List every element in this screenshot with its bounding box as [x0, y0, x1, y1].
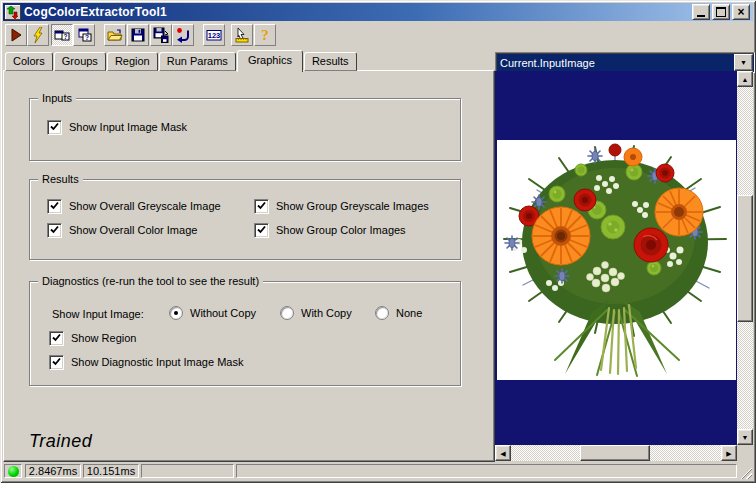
- minimize-icon: [697, 15, 705, 17]
- show-group-greyscale-checkbox[interactable]: [254, 199, 269, 214]
- run-button[interactable]: [5, 24, 27, 46]
- svg-text:?: ?: [64, 33, 68, 40]
- tab-label: Graphics: [248, 54, 292, 66]
- status-green-indicator-icon: [8, 466, 19, 477]
- save-icon: [130, 27, 146, 43]
- groupbox-title: Diagnostics (re-run the tool to see the …: [38, 274, 263, 288]
- checkbox-label: Show Group Color Images: [276, 224, 406, 236]
- arrow-down-icon: ▼: [742, 434, 749, 441]
- title-bar[interactable]: CogColorExtractorTool1 ×: [3, 3, 753, 21]
- numeric-123-icon: 123: [206, 27, 222, 43]
- save-as-icon: [153, 27, 169, 43]
- graphics-tab-page: Inputs Show Input Image Mask Results Sho…: [3, 70, 495, 462]
- status-bar: 2.8467ms 10.151ms: [3, 463, 753, 480]
- maximize-button[interactable]: [712, 4, 730, 20]
- arrow-right-icon: ▶: [726, 450, 731, 457]
- with-copy-radio[interactable]: [280, 306, 294, 320]
- help-icon: ?: [257, 27, 273, 43]
- input-image: [497, 140, 736, 380]
- diagnostics-groupbox: Diagnostics (re-run the tool to see the …: [29, 281, 461, 386]
- save-button[interactable]: [127, 24, 149, 46]
- app-icon: [5, 5, 21, 20]
- groupbox-title: Inputs: [38, 91, 76, 105]
- show-input-image-mask-checkbox[interactable]: [47, 120, 62, 135]
- results-groupbox: Results Show Overall Greyscale Image Sho…: [29, 179, 461, 260]
- run-electric-button[interactable]: [27, 24, 49, 46]
- arrow-left-icon: ◀: [500, 450, 505, 457]
- lightning-run-icon: [30, 27, 46, 43]
- tab-label: Groups: [62, 55, 98, 67]
- tab-label: Run Params: [167, 55, 228, 67]
- image-buffer-combobox[interactable]: Current.InputImage ▼: [495, 52, 755, 73]
- reset-button[interactable]: [172, 24, 194, 46]
- resize-grip[interactable]: [739, 466, 752, 479]
- arrow-up-icon: ▲: [742, 76, 749, 83]
- show-input-image-label: Show Input Image:: [52, 308, 144, 320]
- scroll-down-button[interactable]: ▼: [737, 429, 753, 445]
- app-window: CogColorExtractorTool1 × ?: [0, 0, 756, 483]
- open-button[interactable]: [104, 24, 126, 46]
- tab-colors[interactable]: Colors: [5, 52, 53, 71]
- help-button[interactable]: ?: [254, 24, 276, 46]
- trained-status-label: Trained: [29, 431, 92, 452]
- float-record-window-icon: ?: [76, 27, 92, 43]
- show-overall-greyscale-checkbox[interactable]: [47, 199, 62, 214]
- run-time-value: 2.8467ms: [29, 465, 77, 477]
- tab-label: Colors: [13, 55, 45, 67]
- total-time-panel: 10.151ms: [83, 464, 139, 478]
- tab-results[interactable]: Results: [304, 52, 357, 71]
- groupbox-title: Results: [38, 172, 83, 186]
- maximize-icon: [716, 7, 726, 17]
- close-icon: ×: [737, 7, 744, 17]
- checkbox-label: Show Diagnostic Input Image Mask: [71, 356, 243, 368]
- show-current-record-button[interactable]: ?: [51, 24, 73, 46]
- horizontal-scrollbar[interactable]: ◀ ▶: [495, 445, 737, 461]
- vertical-scroll-thumb[interactable]: [737, 195, 753, 322]
- run-icon: [8, 27, 24, 43]
- show-overall-color-checkbox[interactable]: [47, 223, 62, 238]
- inputs-groupbox: Inputs Show Input Image Mask: [29, 98, 461, 161]
- show-region-checkbox[interactable]: [49, 331, 64, 346]
- toolbar: ? ?: [3, 22, 753, 48]
- combobox-value: Current.InputImage: [496, 57, 734, 69]
- show-diagnostic-input-image-mask-checkbox[interactable]: [49, 355, 64, 370]
- radio-label: None: [396, 307, 422, 319]
- scroll-up-button[interactable]: ▲: [737, 71, 753, 87]
- float-record-window-button[interactable]: ?: [73, 24, 95, 46]
- window-title: CogColorExtractorTool1: [24, 5, 692, 19]
- flower-bouquet-photo: [497, 140, 736, 380]
- none-radio[interactable]: [375, 306, 389, 320]
- electrode-button[interactable]: [231, 24, 253, 46]
- pointer-ruler-icon: [234, 27, 250, 43]
- svg-text:123: 123: [208, 31, 221, 40]
- status-panel-empty-1: [141, 464, 234, 478]
- minimize-button[interactable]: [692, 4, 710, 20]
- reset-icon: [175, 27, 191, 43]
- scroll-right-button[interactable]: ▶: [721, 445, 737, 461]
- tab-graphics[interactable]: Graphics: [237, 50, 303, 72]
- tab-region[interactable]: Region: [107, 52, 158, 71]
- horizontal-scroll-thumb[interactable]: [580, 445, 650, 461]
- show-current-record-icon: ?: [54, 27, 70, 43]
- save-as-button[interactable]: [150, 24, 172, 46]
- checkbox-label: Show Overall Color Image: [69, 224, 197, 236]
- radio-label: Without Copy: [190, 307, 256, 319]
- checkbox-label: Show Group Greyscale Images: [276, 200, 429, 212]
- tab-strip: Colors Groups Region Run Params Graphics…: [5, 50, 358, 71]
- tab-label: Results: [312, 55, 349, 67]
- without-copy-radio[interactable]: [169, 306, 183, 320]
- vertical-scrollbar[interactable]: ▲ ▼: [737, 71, 753, 445]
- close-button[interactable]: ×: [732, 4, 750, 20]
- numeric-results-button[interactable]: 123: [203, 24, 225, 46]
- checkbox-label: Show Input Image Mask: [69, 121, 187, 133]
- scroll-left-button[interactable]: ◀: [495, 445, 511, 461]
- show-group-color-checkbox[interactable]: [254, 223, 269, 238]
- image-display: ▲ ▼ ◀ ▶: [495, 71, 753, 445]
- checkbox-label: Show Region: [71, 332, 136, 344]
- tab-run-params[interactable]: Run Params: [159, 52, 236, 71]
- combobox-dropdown-button[interactable]: ▼: [734, 54, 753, 71]
- scrollbar-corner: [737, 445, 753, 461]
- tab-groups[interactable]: Groups: [54, 52, 106, 71]
- svg-text:?: ?: [261, 27, 269, 43]
- chevron-down-icon: ▼: [740, 59, 747, 66]
